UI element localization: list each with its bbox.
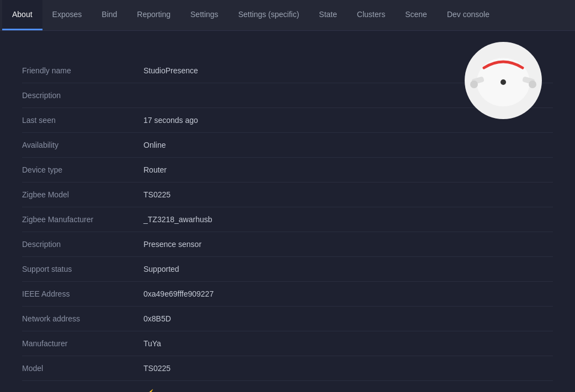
power-icon: ⚡ <box>143 389 156 392</box>
main-content: Friendly nameStudioPresenceDescriptionLa… <box>0 31 575 392</box>
row-value: Online <box>143 133 553 158</box>
table-row: AvailabilityOnline <box>22 133 553 158</box>
table-row: DescriptionPresence sensor <box>22 232 553 257</box>
row-label: Manufacturer <box>22 331 143 356</box>
row-value: 0xa49e69fffe909227 <box>143 282 553 307</box>
row-value: 0x8B5D <box>143 307 553 331</box>
row-value: _TZ3218_awarhusb <box>143 207 553 232</box>
row-label: Support status <box>22 257 143 282</box>
table-row: Zigbee Manufacturer_TZ3218_awarhusb <box>22 207 553 232</box>
row-label: Network address <box>22 307 143 331</box>
row-value[interactable]: TS0225 <box>143 356 553 381</box>
nav-item-scene[interactable]: Scene <box>395 0 437 30</box>
device-image <box>465 42 542 119</box>
table-row: ModelTS0225 <box>22 356 553 381</box>
nav-item-bind[interactable]: Bind <box>92 0 127 30</box>
table-row: Power⚡ <box>22 381 553 393</box>
row-label: Friendly name <box>22 58 143 83</box>
row-value: Supported <box>143 257 553 282</box>
row-label: Power <box>22 381 143 393</box>
row-value: Router <box>143 158 553 182</box>
row-value: TS0225 <box>143 182 553 207</box>
nav-item-settings--specific-[interactable]: Settings (specific) <box>228 0 309 30</box>
row-label: IEEE Address <box>22 282 143 307</box>
table-row: Network address0x8B5D <box>22 307 553 331</box>
table-row: Device typeRouter <box>22 158 553 182</box>
nav-item-reporting[interactable]: Reporting <box>127 0 180 30</box>
table-row: ManufacturerTuYa <box>22 331 553 356</box>
nav-item-clusters[interactable]: Clusters <box>347 0 395 30</box>
row-label: Description <box>22 83 143 108</box>
table-row: Last seen17 seconds ago <box>22 108 553 133</box>
row-value: ⚡ <box>143 381 553 393</box>
row-label: Model <box>22 356 143 381</box>
nav-item-about[interactable]: About <box>2 0 42 30</box>
nav-item-exposes[interactable]: Exposes <box>42 0 92 30</box>
row-label: Last seen <box>22 108 143 133</box>
table-row: Support statusSupported <box>22 257 553 282</box>
table-row: IEEE Address0xa49e69fffe909227 <box>22 282 553 307</box>
row-label: Device type <box>22 158 143 182</box>
row-value[interactable]: TuYa <box>143 331 553 356</box>
row-value: Presence sensor <box>143 232 553 257</box>
svg-point-5 <box>529 80 536 88</box>
table-row: Zigbee ModelTS0225 <box>22 182 553 207</box>
svg-point-1 <box>501 79 506 85</box>
navigation-bar: AboutExposesBindReportingSettingsSetting… <box>0 0 575 31</box>
row-label: Description <box>22 232 143 257</box>
nav-item-state[interactable]: State <box>309 0 347 30</box>
nav-item-settings[interactable]: Settings <box>180 0 228 30</box>
row-label: Zigbee Model <box>22 182 143 207</box>
row-label: Zigbee Manufacturer <box>22 207 143 232</box>
svg-point-4 <box>470 80 478 88</box>
nav-item-dev-console[interactable]: Dev console <box>437 0 499 30</box>
device-info-table: Friendly nameStudioPresenceDescriptionLa… <box>22 58 553 392</box>
row-label: Availability <box>22 133 143 158</box>
